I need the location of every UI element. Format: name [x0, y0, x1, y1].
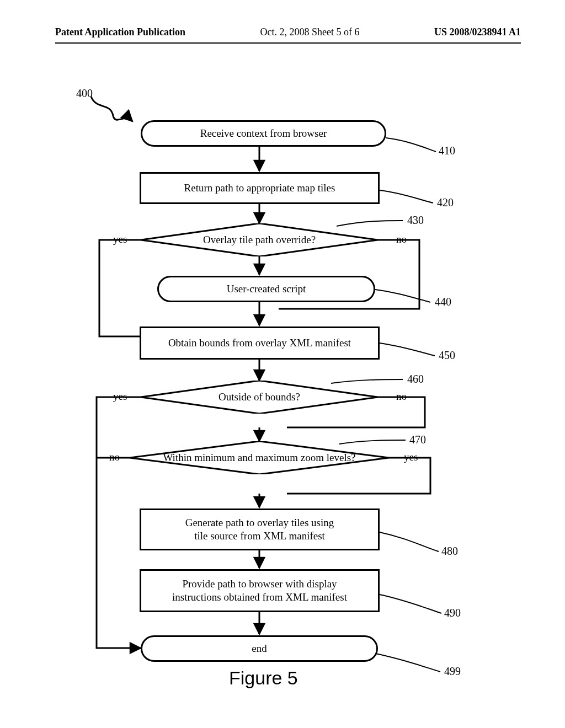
ref-440: 440 — [435, 296, 451, 308]
figure-caption: Figure 5 — [229, 667, 298, 689]
ref-400: 400 — [76, 87, 93, 100]
node-410-terminator: Receive context from browser — [141, 120, 386, 147]
node-470-decision: Within minimum and maximum zoom levels? — [130, 441, 389, 474]
node-490-process: Provide path to browser with display ins… — [140, 569, 380, 612]
node-460-decision: Outside of bounds? — [141, 381, 378, 414]
ref-480: 480 — [441, 545, 458, 558]
edge-460-no: no — [396, 390, 407, 403]
flowchart-canvas: 400 Receive context from browser 410 Ret… — [0, 0, 565, 728]
node-480-process: Generate path to overlay tiles using til… — [140, 508, 380, 550]
node-450-process: Obtain bounds from overlay XML manifest — [140, 326, 380, 360]
edge-430-yes: yes — [113, 233, 127, 245]
ref-420: 420 — [437, 196, 454, 209]
ref-430: 430 — [407, 214, 424, 227]
node-470-text: Within minimum and maximum zoom levels? — [130, 452, 389, 464]
node-499-terminator: end — [141, 635, 378, 662]
node-460-text: Outside of bounds? — [141, 391, 378, 403]
node-430-text: Overlay tile path override? — [141, 234, 378, 246]
edge-460-yes: yes — [113, 390, 127, 403]
ref-470: 470 — [409, 433, 426, 446]
ref-450: 450 — [439, 349, 455, 362]
node-440-terminator: User-created script — [157, 276, 375, 302]
ref-499: 499 — [444, 665, 461, 678]
edge-470-no: no — [109, 451, 120, 463]
node-430-decision: Overlay tile path override? — [141, 223, 378, 256]
node-420-process: Return path to appropriate map tiles — [140, 172, 380, 204]
ref-410: 410 — [439, 144, 455, 157]
edge-430-no: no — [396, 233, 407, 245]
ref-490: 490 — [444, 607, 461, 619]
edge-470-yes: yes — [404, 451, 418, 463]
ref-460: 460 — [407, 373, 424, 386]
flow-lines — [0, 0, 565, 728]
